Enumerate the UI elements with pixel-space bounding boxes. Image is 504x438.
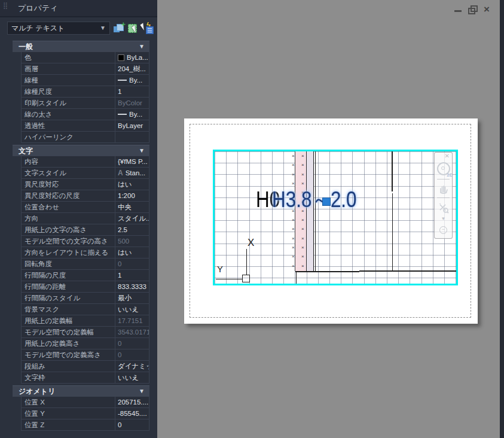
section-header-2[interactable]: ジオメトリ▼ bbox=[13, 385, 149, 397]
property-row: モデル空間での文字の高さ500 bbox=[21, 236, 149, 247]
property-value[interactable]: By... bbox=[115, 75, 149, 86]
panel-title-bar[interactable]: ⣿ プロパティ bbox=[0, 0, 157, 17]
property-value[interactable]: 1:200 bbox=[115, 190, 149, 201]
property-value[interactable]: ダイナミック bbox=[115, 361, 149, 372]
grip-point[interactable] bbox=[322, 197, 331, 206]
property-value-text: 0 bbox=[118, 338, 121, 349]
property-value[interactable]: 204_樹... bbox=[115, 63, 149, 74]
property-value-text: 0 bbox=[118, 419, 121, 430]
property-value-text: Stan... bbox=[126, 168, 145, 178]
property-label: 線種尺度 bbox=[22, 86, 115, 97]
quick-select-button[interactable]: ϟ bbox=[141, 22, 154, 34]
steering-wheel-icon[interactable]: 2D bbox=[437, 162, 450, 175]
property-value[interactable]: スタイル... bbox=[115, 213, 149, 224]
property-value[interactable]: いいえ bbox=[115, 372, 149, 383]
property-row: 線種By... bbox=[21, 75, 149, 86]
navbar-close-icon[interactable]: ✕ bbox=[445, 153, 452, 160]
property-value[interactable]: By... bbox=[115, 109, 149, 120]
property-value[interactable]: 2.5 bbox=[115, 224, 149, 235]
property-value[interactable]: AStan... bbox=[115, 168, 149, 178]
property-value[interactable]: はい bbox=[115, 247, 149, 258]
collapse-icon[interactable]: − bbox=[439, 226, 447, 234]
property-value-text: 1 bbox=[118, 86, 121, 97]
property-value-text: ByLa... bbox=[127, 52, 148, 63]
property-value[interactable]: ByLayer bbox=[115, 120, 149, 131]
select-objects-button[interactable] bbox=[127, 22, 140, 34]
property-label: 印刷スタイル bbox=[22, 98, 115, 108]
property-row: 段組みダイナミック bbox=[21, 361, 149, 372]
property-row: 線の太さBy... bbox=[21, 109, 149, 120]
wall-line bbox=[296, 271, 297, 284]
palette-grip-handle[interactable]: ⣿ bbox=[3, 4, 7, 8]
property-value[interactable]: 0 bbox=[115, 419, 149, 430]
close-button[interactable]: × bbox=[482, 5, 491, 14]
section-header-1[interactable]: 文字▼ bbox=[13, 145, 149, 156]
property-value[interactable]: いいえ bbox=[115, 304, 149, 315]
property-value[interactable]: 833.3333 bbox=[115, 281, 149, 292]
property-value-text: -85545.... bbox=[118, 408, 147, 419]
property-row: 方向をレイアウトに揃えるはい bbox=[21, 247, 149, 258]
property-value-text: 1:200 bbox=[118, 190, 135, 201]
property-row: 回転角度0 bbox=[21, 258, 149, 270]
property-value[interactable]: -85545.... bbox=[115, 408, 149, 419]
property-label: 線の太さ bbox=[22, 109, 115, 120]
property-label: モデル空間での定義幅 bbox=[22, 327, 115, 337]
property-value[interactable]: 中央 bbox=[115, 202, 149, 212]
property-value[interactable]: ByLa... bbox=[115, 52, 149, 63]
property-row: 位置合わせ中央 bbox=[21, 202, 149, 213]
section-header-0[interactable]: 一般▼ bbox=[13, 41, 149, 52]
property-value[interactable]: 最小 bbox=[115, 293, 149, 303]
property-value[interactable]: 0 bbox=[115, 338, 149, 349]
hatch-x-mark: × bbox=[292, 218, 295, 223]
property-value[interactable]: ByColor bbox=[115, 98, 149, 108]
property-label: 透過性 bbox=[22, 120, 115, 131]
property-value[interactable]: 1 bbox=[115, 86, 149, 97]
property-value[interactable]: 3543.0171 bbox=[115, 327, 149, 337]
property-value[interactable]: 0 bbox=[115, 258, 149, 269]
property-value[interactable]: 17.7151 bbox=[115, 315, 149, 326]
hatch-x-mark: × bbox=[292, 264, 295, 269]
property-value[interactable]: 205715.... bbox=[115, 397, 149, 407]
property-value-text: 0 bbox=[118, 258, 121, 269]
hatch-x-mark: × bbox=[301, 154, 304, 159]
property-value-text: 0 bbox=[118, 349, 121, 360]
property-value[interactable]: 500 bbox=[115, 236, 149, 247]
panel-title: プロパティ bbox=[18, 4, 58, 13]
viewport-grid: ×××××××××××××××××××××××××× X Y H0 H3.8～2… bbox=[215, 151, 456, 284]
property-label: 段組み bbox=[22, 361, 115, 372]
property-label: 色 bbox=[22, 52, 115, 63]
property-row: モデル空間での定義幅3543.0171 bbox=[21, 327, 149, 338]
pickadd-toggle-button[interactable]: + bbox=[113, 22, 126, 34]
property-label: 行間隔の尺度 bbox=[22, 270, 115, 281]
property-label: 背景マスク bbox=[22, 304, 115, 315]
property-row: 行間隔のスタイル最小 bbox=[21, 293, 149, 304]
property-value[interactable]: 0 bbox=[115, 349, 149, 360]
hatch-x-mark: × bbox=[292, 172, 295, 177]
property-label: 文字スタイル bbox=[22, 168, 115, 178]
property-grid: 一般▼色ByLa...画層204_樹...線種By...線種尺度1印刷スタイルB… bbox=[0, 41, 157, 431]
layout-viewport[interactable]: ×××××××××××××××××××××××××× X Y H0 H3.8～2… bbox=[213, 150, 458, 285]
wall-line bbox=[392, 193, 393, 270]
object-type-select[interactable]: マルチ テキスト ▼ bbox=[7, 22, 110, 35]
property-value-text: 205715.... bbox=[118, 397, 148, 407]
mtext-selected[interactable]: H3.8～2.0 bbox=[272, 188, 357, 211]
property-value-text: 最小 bbox=[118, 293, 132, 303]
pan-hand-icon[interactable] bbox=[438, 184, 449, 194]
hatch-x-mark: × bbox=[301, 236, 304, 241]
zoom-icon[interactable] bbox=[438, 203, 449, 214]
property-row: モデル空間での定義高さ0 bbox=[21, 349, 149, 361]
section-title: 一般 bbox=[19, 41, 33, 52]
property-value[interactable]: はい bbox=[115, 179, 149, 190]
property-label: 内容 bbox=[22, 156, 115, 167]
ucs-icon bbox=[246, 249, 247, 275]
app-window: ⣿ プロパティ マルチ テキスト ▼ + ϟ 一般▼色ByLa.. bbox=[0, 0, 504, 438]
chevron-down-icon[interactable]: ▼ bbox=[441, 216, 446, 221]
property-value[interactable] bbox=[115, 132, 149, 142]
ucs-x-label: X bbox=[248, 237, 254, 249]
property-row: 位置 Y-85545.... bbox=[21, 408, 149, 419]
minimize-button[interactable] bbox=[454, 5, 462, 14]
restore-button[interactable] bbox=[468, 5, 476, 14]
property-value[interactable]: {¥fMS P... bbox=[115, 156, 149, 167]
property-value[interactable]: 1 bbox=[115, 270, 149, 281]
property-label: 用紙上の定義幅 bbox=[22, 315, 115, 326]
